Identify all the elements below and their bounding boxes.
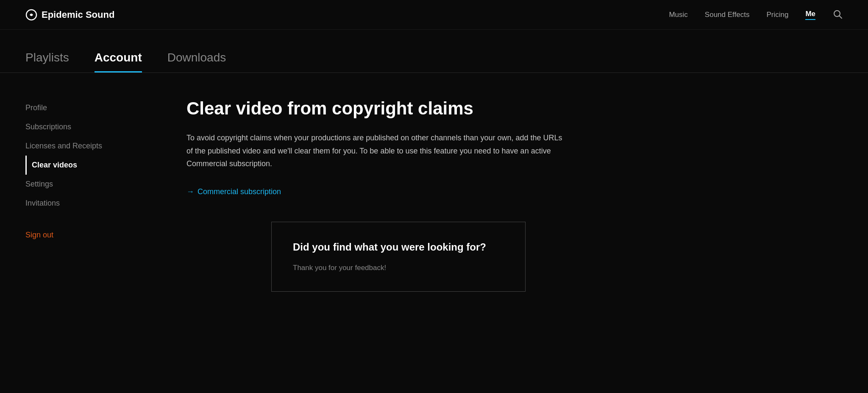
feedback-question: Did you find what you were looking for? <box>293 241 504 253</box>
sidebar-item-profile[interactable]: Profile <box>25 98 153 117</box>
arrow-icon: → <box>186 187 194 196</box>
page-title: Clear video from copyright claims <box>186 98 843 119</box>
page-description: To avoid copyright claims when your prod… <box>186 131 568 170</box>
sidebar-item-invitations[interactable]: Invitations <box>25 194 153 213</box>
brand-name: Epidemic Sound <box>42 9 114 20</box>
main-nav: Music Sound Effects Pricing Me <box>669 9 843 21</box>
feedback-thanks: Thank you for your feedback! <box>293 264 504 272</box>
nav-sound-effects[interactable]: Sound Effects <box>705 11 750 19</box>
epidemic-logo-icon <box>25 9 37 21</box>
tab-downloads[interactable]: Downloads <box>167 51 226 72</box>
sidebar: Profile Subscriptions Licenses and Recei… <box>25 98 153 292</box>
sign-out-button[interactable]: Sign out <box>25 226 153 245</box>
svg-line-2 <box>840 16 842 18</box>
feedback-box: Did you find what you were looking for? … <box>271 222 526 292</box>
search-icon[interactable] <box>832 9 843 21</box>
logo-area[interactable]: Epidemic Sound <box>25 9 114 21</box>
nav-music[interactable]: Music <box>669 11 687 19</box>
nav-pricing[interactable]: Pricing <box>766 11 788 19</box>
content-area: Profile Subscriptions Licenses and Recei… <box>0 73 868 292</box>
sidebar-item-licenses-receipts[interactable]: Licenses and Receipts <box>25 137 153 156</box>
tab-playlists[interactable]: Playlists <box>25 51 69 72</box>
sidebar-item-subscriptions[interactable]: Subscriptions <box>25 117 153 137</box>
commercial-link-label: Commercial subscription <box>198 187 281 196</box>
tab-account[interactable]: Account <box>95 51 142 72</box>
nav-me[interactable]: Me <box>805 10 815 20</box>
commercial-subscription-link[interactable]: → Commercial subscription <box>186 187 843 196</box>
main-content: Clear video from copyright claims To avo… <box>153 98 843 292</box>
sidebar-item-clear-videos[interactable]: Clear videos <box>25 156 153 175</box>
header: Epidemic Sound Music Sound Effects Prici… <box>0 0 868 30</box>
sidebar-item-settings[interactable]: Settings <box>25 175 153 194</box>
tabs-area: Playlists Account Downloads <box>0 51 868 73</box>
